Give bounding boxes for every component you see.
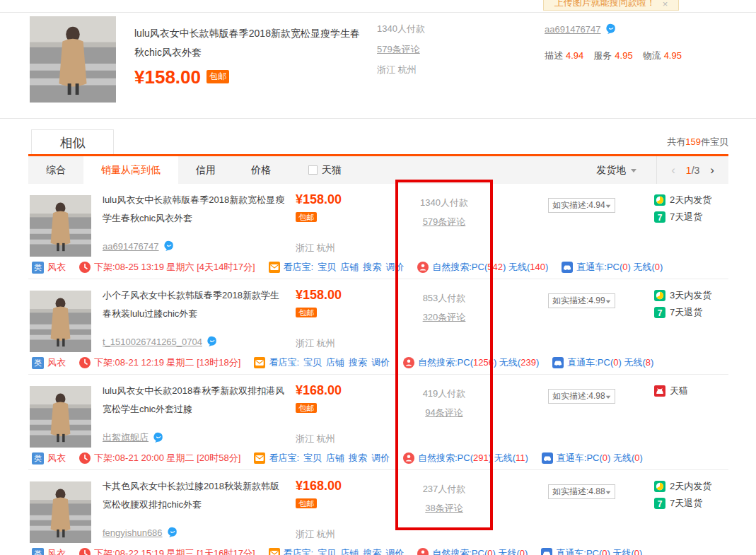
kandianbao-link[interactable]: 宝贝	[318, 548, 336, 555]
tooltip-close-icon[interactable]: ×	[663, 0, 668, 9]
desc-rating-select[interactable]: 如实描述:4.98	[548, 389, 615, 404]
desc-rating-select[interactable]: 如实描述:4.94	[548, 198, 615, 213]
seller-link[interactable]: t_1510026741265_0704	[103, 337, 202, 347]
product-thumbnail[interactable]	[30, 481, 91, 543]
product-title-link[interactable]: lulu风衣女中长款韩版春季2018新款宽松显瘦学生春秋chic风衣外套	[103, 191, 286, 228]
comments-link[interactable]: 579条评论	[377, 44, 420, 54]
seller-link[interactable]: fengyishun686	[103, 527, 163, 538]
kandianbao-link[interactable]: 搜索	[363, 262, 381, 272]
desc-rating-select[interactable]: 如实描述:4.99	[548, 293, 615, 308]
kandianbao-link[interactable]: 调价	[385, 548, 404, 555]
kandianbao-link[interactable]: 调价	[371, 452, 390, 463]
comments-link[interactable]: 38条评论	[425, 503, 463, 513]
comments-link[interactable]: 579条评论	[423, 216, 466, 227]
tooltip-text: 上传图片就能搜同款啦！	[554, 0, 656, 9]
kandianbao-link[interactable]: 搜索	[349, 452, 367, 463]
product-thumbnail[interactable]	[30, 386, 91, 448]
delivery-clock-icon	[654, 194, 665, 206]
kandianbao-link[interactable]: 宝贝	[318, 262, 336, 272]
location-text: 浙江 杭州	[296, 337, 335, 350]
tool-info-bar: 类 风衣 下架:08-21 20:00 星期二 [20时58分] 看店宝: 宝贝…	[32, 452, 643, 465]
kandianbao-label: 看店宝:	[269, 452, 299, 465]
prev-page-button[interactable]: ‹	[671, 163, 675, 177]
natural-search-icon	[417, 262, 429, 273]
kandianbao-link[interactable]: 搜索	[349, 357, 367, 368]
sort-item-default[interactable]: 综合	[28, 156, 83, 184]
tool-info-bar: 类 风衣 下架:08-21 12:19 星期二 [13时18分] 看店宝: 宝贝…	[32, 356, 653, 369]
return-seven-icon	[654, 498, 665, 509]
ztc-car-icon	[562, 262, 573, 273]
price-value: ¥168.00	[296, 383, 342, 398]
service-badge-label: 7天退货	[670, 306, 702, 319]
tmall-badge-icon	[654, 385, 665, 397]
checkbox-icon[interactable]	[308, 165, 318, 175]
kandianbao-link[interactable]: 店铺	[340, 548, 359, 555]
freeship-badge: 包邮	[207, 70, 229, 83]
comments-link[interactable]: 94条评论	[425, 407, 463, 418]
product-title-link[interactable]: lulu风衣女中长款2018春秋季新款双排扣港风宽松学生chic外套过膝	[103, 382, 286, 419]
payments-count: 853人付款	[396, 292, 492, 305]
price-value: ¥158.00	[296, 192, 342, 207]
natural-search-icon	[417, 548, 429, 555]
seller-link[interactable]: aa691476747	[545, 24, 601, 35]
total-items-text: 共有159件宝贝	[667, 136, 728, 148]
service-badge: 2天内发货	[654, 480, 711, 493]
kandianbao-links: 宝贝店铺搜索调价	[313, 261, 404, 274]
chevron-down-icon	[606, 395, 611, 401]
product-thumbnail[interactable]	[30, 195, 91, 257]
wangwang-badge-icon[interactable]	[153, 432, 164, 443]
tab-similar[interactable]: 相似	[31, 129, 114, 155]
next-page-button[interactable]: ›	[710, 163, 714, 177]
tmall-filter-checkbox[interactable]: 天猫	[308, 164, 342, 177]
sort-item-price[interactable]: 价格	[233, 156, 289, 184]
service-badge: 天猫	[654, 385, 688, 397]
location-text: 浙江 杭州	[296, 242, 335, 255]
sort-item-sales-desc[interactable]: 销量从高到低	[83, 156, 178, 184]
freeship-badge: 包邮	[296, 308, 317, 317]
service-badge: 7天退货	[654, 306, 711, 319]
kandianbao-link[interactable]: 店铺	[326, 452, 344, 463]
product-title-link[interactable]: 小个子风衣女中长款韩版春季2018新款学生春秋装lulu过膝chic外套	[103, 286, 286, 323]
desc-rating-value: 如实描述:4.88	[552, 486, 605, 498]
chevron-down-icon	[606, 491, 611, 496]
ztc-car-icon	[541, 548, 552, 555]
kandianbao-link[interactable]: 调价	[385, 262, 404, 272]
product-thumbnail[interactable]	[30, 291, 91, 352]
seller-link[interactable]: aa691476747	[103, 241, 159, 252]
kandianbao-link[interactable]: 宝贝	[303, 452, 322, 463]
countdown-clock-icon	[79, 548, 91, 555]
kandianbao-link[interactable]: 调价	[371, 357, 390, 368]
sort-item-credit[interactable]: 信用	[178, 156, 233, 184]
kandianbao-link[interactable]: 店铺	[340, 262, 359, 272]
upload-image-tooltip: 上传图片就能搜同款啦！ ×	[543, 0, 679, 11]
rating-item: 服务4.95	[593, 49, 632, 62]
kandianbao-link[interactable]: 搜索	[363, 548, 381, 555]
ship-from-dropdown[interactable]: 发货地	[596, 164, 656, 177]
kandianbao-mail-icon	[269, 262, 280, 273]
page-indicator: 1/3	[686, 165, 699, 176]
category-tag-icon: 类	[32, 357, 44, 369]
wangwang-badge-icon[interactable]	[207, 336, 218, 347]
wangwang-badge-icon[interactable]	[167, 527, 178, 538]
kandianbao-link[interactable]: 宝贝	[303, 357, 322, 368]
ztc-stats: 直通车:PC(0) 无线(0)	[576, 261, 663, 274]
product-photo[interactable]	[30, 16, 116, 103]
service-badge-label: 7天退货	[670, 497, 702, 510]
comments-link[interactable]: 320条评论	[423, 312, 466, 322]
category-tag-icon: 类	[32, 262, 44, 274]
product-title[interactable]: lulu风衣女中长款韩版春季2018新款宽松显瘦学生春秋chic风衣外套	[134, 24, 368, 62]
seller-ratings: 描述4.94 服务4.95 物流4.95	[545, 49, 682, 62]
desc-rating-select[interactable]: 如实描述:4.88	[548, 484, 615, 499]
service-badge: 3天内发货	[654, 289, 711, 302]
kandianbao-links: 宝贝店铺搜索调价	[299, 356, 390, 369]
kandianbao-links: 宝贝店铺搜索调价	[299, 452, 390, 465]
wangwang-badge-icon[interactable]	[605, 23, 617, 35]
seller-link[interactable]: 出絮旗舰店	[103, 431, 149, 444]
wangwang-badge-icon[interactable]	[163, 240, 175, 252]
product-title-link[interactable]: 卡其色风衣女中长款过膝2018秋装新款韩版宽松收腰双排扣chic外套	[103, 477, 286, 514]
chevron-down-icon	[606, 204, 611, 210]
kandianbao-link[interactable]: 店铺	[326, 357, 344, 368]
freeship-badge: 包邮	[296, 212, 317, 222]
offshelf-countdown: 下架:08-25 13:19 星期六 [4天14时17分]	[94, 261, 255, 274]
service-badges: 2天内发货7天退货	[654, 194, 711, 223]
